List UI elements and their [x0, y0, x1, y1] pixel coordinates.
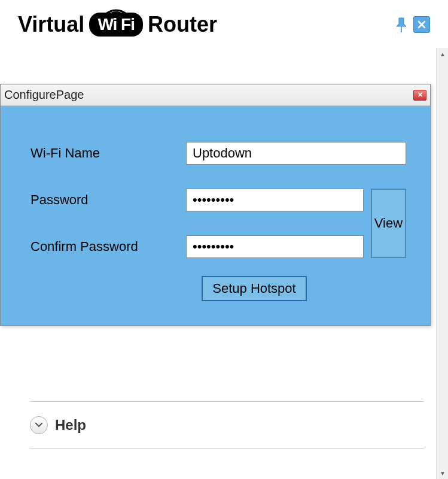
title-text-1: Virtual: [18, 12, 84, 37]
wifi-arcs-icon: [98, 8, 134, 16]
title-text-2: Router: [148, 12, 217, 37]
scrollbar[interactable]: ▲ ▼: [436, 48, 448, 479]
help-row[interactable]: Help: [30, 402, 424, 448]
header-actions: [394, 16, 430, 34]
password-label: Password: [31, 192, 186, 208]
confirm-password-row: Confirm Password: [31, 235, 364, 258]
view-password-button[interactable]: View: [371, 189, 406, 258]
dialog-titlebar[interactable]: ConfigurePage ✕: [1, 84, 430, 106]
setup-hotspot-button[interactable]: Setup Hotspot: [202, 276, 306, 301]
close-app-button[interactable]: [413, 16, 430, 33]
password-input[interactable]: [186, 189, 364, 211]
wifi-badge: Wi Fi: [89, 13, 143, 37]
chevron-down-icon: [35, 422, 43, 428]
app-header: Virtual Wi Fi Router: [0, 0, 448, 43]
help-expand-button[interactable]: [30, 416, 48, 434]
help-section: Help: [30, 401, 424, 449]
app-title: Virtual Wi Fi Router: [18, 12, 217, 37]
help-label: Help: [55, 417, 86, 433]
scroll-down-button[interactable]: ▼: [437, 467, 448, 479]
scroll-up-button[interactable]: ▲: [437, 48, 448, 60]
divider-bottom: [30, 448, 424, 449]
dialog-title: ConfigurePage: [4, 88, 84, 102]
wifi-name-label: Wi-Fi Name: [31, 145, 186, 161]
dialog-close-button[interactable]: ✕: [413, 90, 426, 101]
dialog-body: Wi-Fi Name Password Confirm Password Vie…: [1, 106, 430, 325]
configure-dialog: ConfigurePage ✕ Wi-Fi Name Password Conf…: [0, 84, 431, 326]
submit-row: Setup Hotspot: [31, 276, 406, 301]
confirm-password-input[interactable]: [186, 235, 364, 258]
close-icon: ✕: [417, 91, 423, 99]
content-area: ConfigurePage ✕ Wi-Fi Name Password Conf…: [0, 48, 448, 479]
password-fields: Password Confirm Password: [31, 189, 364, 258]
password-group: Password Confirm Password View: [31, 189, 406, 258]
confirm-password-label: Confirm Password: [31, 239, 186, 254]
close-icon: [417, 20, 426, 29]
svg-rect-0: [401, 26, 402, 32]
password-row: Password: [31, 189, 364, 211]
wifi-name-input[interactable]: [186, 142, 406, 165]
pin-icon[interactable]: [394, 16, 409, 34]
wifi-name-row: Wi-Fi Name: [31, 142, 406, 165]
